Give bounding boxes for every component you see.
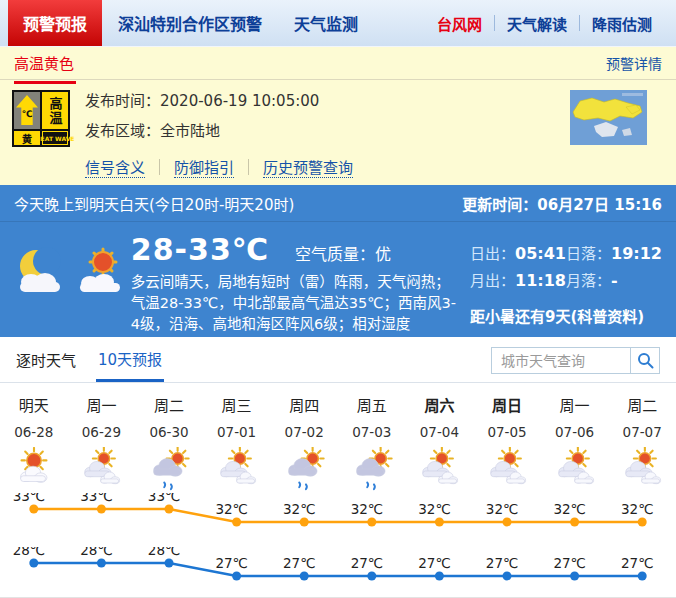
forecast-column[interactable]: 周一07-06 — [541, 394, 609, 493]
forecast-date: 07-04 — [406, 424, 474, 440]
alert-body: ℃ 高温 黄 HEAT WAVE 发布时间：2020-06-19 10:05:0… — [0, 80, 676, 178]
low-temp-line-chart: 28℃28℃28℃27℃27℃27℃27℃27℃27℃27℃ — [0, 547, 676, 597]
svg-text:33℃: 33℃ — [13, 493, 45, 504]
forecast-day: 明天 — [0, 394, 68, 415]
weather-icon — [0, 447, 68, 493]
link-signal-meaning[interactable]: 信号含义 — [85, 156, 145, 178]
forecast-date: 07-01 — [203, 424, 271, 440]
warning-type-cn: 高温 — [42, 92, 68, 129]
current-header: 今天晚上到明天白天(今日20时-明天20时) 更新时间：06月27日 15:16 — [0, 185, 676, 222]
svg-text:33℃: 33℃ — [148, 493, 180, 504]
moonset: 月落：- — [566, 269, 662, 290]
forecast-column[interactable]: 周三07-01 — [203, 394, 271, 493]
forecast-column[interactable]: 周六07-04 — [406, 394, 474, 493]
forecast-column[interactable]: 周二07-07 — [608, 394, 676, 493]
publish-area-value: 全市陆地 — [160, 122, 220, 140]
sunset: 日落：19:12 — [566, 242, 662, 263]
forecast-day: 周二 — [135, 394, 203, 415]
moon-cloud-icon — [14, 244, 68, 296]
alert-links: 信号含义 防御指引 历史预警查询 — [85, 156, 664, 178]
warning-unit-label: ℃ — [22, 109, 33, 119]
nav-tab-warning-forecast[interactable]: 预警预报 — [8, 0, 102, 46]
weather-icon — [473, 447, 541, 493]
update-time: 更新时间：06月27日 15:16 — [462, 193, 662, 214]
sun-cloud-icon — [76, 244, 128, 296]
svg-text:27℃: 27℃ — [418, 555, 450, 571]
city-search-input[interactable] — [492, 348, 630, 373]
alert-map-thumbnail[interactable] — [570, 90, 647, 145]
sunrise: 日出：05:41 — [470, 242, 566, 263]
svg-text:28℃: 28℃ — [13, 547, 45, 558]
svg-text:32℃: 32℃ — [418, 501, 450, 517]
heat-alert-section: 高温黄色 预警详情 ℃ 高温 黄 HEAT WAVE 发布时间：2020-06-… — [0, 47, 676, 185]
forecast-day: 周二 — [608, 394, 676, 415]
link-rain-estimate[interactable]: 降雨估测 — [580, 13, 664, 34]
svg-text:32℃: 32℃ — [351, 501, 383, 517]
forecast-day: 周日 — [473, 394, 541, 415]
svg-text:33℃: 33℃ — [80, 493, 112, 504]
search-icon — [637, 352, 654, 369]
divider — [159, 159, 160, 175]
publish-time-value: 2020-06-19 10:05:00 — [160, 92, 319, 110]
city-search — [491, 347, 660, 374]
warning-type-en: HEAT WAVE — [42, 131, 68, 145]
link-weather-interpretation[interactable]: 天气解读 — [495, 13, 579, 34]
alert-detail-link[interactable]: 预警详情 — [606, 53, 662, 73]
search-button[interactable] — [630, 348, 659, 373]
svg-text:27℃: 27℃ — [553, 555, 585, 571]
forecast-day: 周六 — [406, 394, 474, 415]
link-typhoon-net[interactable]: 台风网 — [425, 13, 494, 34]
svg-text:27℃: 27℃ — [215, 555, 247, 571]
forecast-period-label: 今天晚上到明天白天(今日20时-明天20时) — [14, 193, 294, 214]
current-weather-panel: 今天晚上到明天白天(今日20时-明天20时) 更新时间：06月27日 15:16 — [0, 185, 676, 337]
svg-text:27℃: 27℃ — [621, 555, 653, 571]
current-body: 28-33℃ 空气质量：优 多云间晴天，局地有短时（雷）阵雨，天气闷热；气温28… — [0, 222, 676, 356]
forecast-date: 07-07 — [608, 424, 676, 440]
forecast-day: 周一 — [68, 394, 136, 415]
weather-icon — [68, 447, 136, 493]
svg-text:27℃: 27℃ — [486, 555, 518, 571]
forecast-day: 周三 — [203, 394, 271, 415]
nav-links: 台风网 天气解读 降雨估测 — [425, 0, 676, 46]
link-history-warning-query[interactable]: 历史预警查询 — [263, 156, 353, 178]
svg-text:32℃: 32℃ — [553, 501, 585, 517]
svg-text:32℃: 32℃ — [283, 501, 315, 517]
link-defense-guide[interactable]: 防御指引 — [174, 156, 234, 178]
publish-area-label: 发布区域： — [85, 122, 160, 140]
weather-icon — [541, 447, 609, 493]
heat-wave-warning-icon: ℃ 高温 黄 HEAT WAVE — [12, 90, 70, 147]
forecast-tab-bar: 逐时天气 10天预报 — [0, 337, 676, 383]
forecast-column[interactable]: 周一06-29 — [68, 394, 136, 493]
forecast-date: 06-29 — [68, 424, 136, 440]
weather-icon — [203, 447, 271, 493]
forecast-column[interactable]: 周日07-05 — [473, 394, 541, 493]
tab-hourly-weather[interactable]: 逐时天气 — [14, 337, 78, 382]
tab-ten-day-forecast[interactable]: 10天预报 — [96, 337, 164, 382]
weather-icon — [608, 447, 676, 493]
svg-text:32℃: 32℃ — [215, 501, 247, 517]
forecast-date: 07-03 — [338, 424, 406, 440]
forecast-date: 06-28 — [0, 424, 68, 440]
nav-item-shenshan-warning[interactable]: 深汕特别合作区预警 — [102, 0, 278, 46]
forecast-date: 07-02 — [270, 424, 338, 440]
forecast-date: 07-06 — [541, 424, 609, 440]
alert-tab-heat-yellow[interactable]: 高温黄色 — [14, 52, 74, 75]
svg-text:27℃: 27℃ — [283, 555, 315, 571]
forecast-date: 07-05 — [473, 424, 541, 440]
weather-icon — [135, 447, 203, 493]
weather-icon — [270, 447, 338, 493]
forecast-column[interactable]: 周五07-03 — [338, 394, 406, 493]
weather-icon — [338, 447, 406, 493]
solar-term-note[interactable]: 距小暑还有9天(科普资料) — [470, 305, 662, 326]
forecast-column[interactable]: 周二06-30 — [135, 394, 203, 493]
publish-time-label: 发布时间： — [85, 92, 160, 110]
svg-text:28℃: 28℃ — [148, 547, 180, 558]
forecast-column[interactable]: 周四07-02 — [270, 394, 338, 493]
forecast-column[interactable]: 明天06-28 — [0, 394, 68, 493]
moonrise: 月出：11:18 — [470, 269, 566, 290]
air-quality: 空气质量：优 — [295, 241, 391, 265]
alert-tab-bar: 高温黄色 预警详情 — [0, 47, 676, 80]
high-temp-line-chart: 33℃33℃33℃32℃32℃32℃32℃32℃32℃32℃ — [0, 493, 676, 541]
ten-day-grid: 明天06-28 周一06-29 周二06-30 周三07-01 周四07-02 … — [0, 383, 676, 493]
nav-item-weather-monitor[interactable]: 天气监测 — [278, 0, 374, 46]
